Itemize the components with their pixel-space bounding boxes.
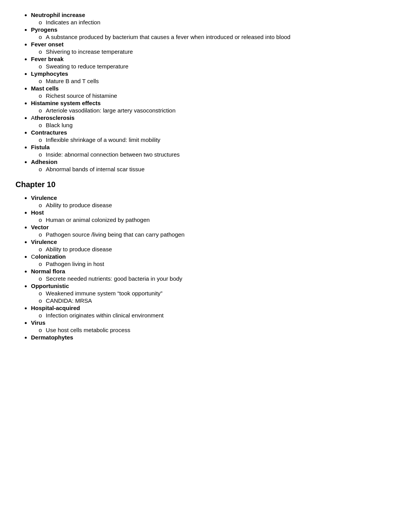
sub-list-item: Secrete needed nutrients: good bacteria … [39,275,396,282]
sub-list: Infection originates within clinical env… [31,312,396,319]
list-item: Lymphocytes Mature B and T cells [31,70,396,84]
list-item: Hospital-acquired Infection originates w… [31,305,396,319]
sub-list-item: Use host cells metabolic process [39,327,396,333]
item-label: Normal flora [31,268,65,275]
sub-list-item: CANDIDA: MRSA [39,297,396,304]
list-item: Atherosclerosis Black lung [31,114,396,128]
sub-list-item: Ability to produce disease [39,246,396,252]
item-label: Histamine system effects [31,100,101,106]
sub-list-item: Inside: abnormal connection between two … [39,151,396,158]
list-item: Opportunistic Weakened immune system “to… [31,283,396,304]
item-label: Lymphocytes [31,70,68,77]
list-item: Mast cells Richest source of histamine [31,85,396,99]
sub-list-item: Shivering to increase temperature [39,48,396,55]
list-item: Fistula Inside: abnormal connection betw… [31,144,396,158]
item-label: Fever break [31,56,63,62]
sub-list-item: A substance produced by bacterium that c… [39,34,396,40]
section1-list: Neutrophil increase Indicates an infecti… [15,12,396,172]
list-item: Fever break Sweating to reduce temperatu… [31,56,396,70]
list-item: Vector Pathogen source /living being tha… [31,224,396,238]
chapter-heading: Chapter 10 [15,180,396,189]
item-label: Colonization [31,253,66,260]
item-label: Pyrogens [31,26,57,33]
list-item: Contractures Inflexible shrinkage of a w… [31,129,396,143]
item-label: Mast cells [31,85,59,92]
item-label: Atherosclerosis [31,114,75,121]
list-item: Fever onset Shivering to increase temper… [31,41,396,55]
sub-list-item: Infection originates within clinical env… [39,312,396,319]
list-item: Colonization Pathogen living in host [31,253,396,267]
item-label: Fistula [31,144,50,150]
sub-list: Mature B and T cells [31,78,396,84]
sub-list: Use host cells metabolic process [31,327,396,333]
sub-list-item: Arteriole vasodilation: large artery vas… [39,107,396,114]
section2-list: Virulence Ability to produce disease Hos… [15,194,396,341]
item-label: Fever onset [31,41,63,48]
sub-list-item: Inflexible shrinkage of a wound: limit m… [39,136,396,143]
sub-list: Secrete needed nutrients: good bacteria … [31,275,396,282]
sub-list-item: Ability to produce disease [39,202,396,208]
sub-list-item: Sweating to reduce temperature [39,63,396,70]
sub-list-item: Pathogen source /living being that can c… [39,231,396,238]
sub-list: Arteriole vasodilation: large artery vas… [31,107,396,114]
sub-list: Richest source of histamine [31,92,396,99]
list-item: Virulence Ability to produce disease [31,194,396,208]
sub-list-item: Human or animal colonized by pathogen [39,217,396,223]
sub-list: Inflexible shrinkage of a wound: limit m… [31,136,396,143]
list-item: Virus Use host cells metabolic process [31,319,396,333]
list-item: Neutrophil increase Indicates an infecti… [31,12,396,26]
sub-list-item: Pathogen living in host [39,261,396,267]
item-label: Host [31,209,44,216]
sub-list: Black lung [31,122,396,128]
sub-list-item: Abnormal bands of internal scar tissue [39,166,396,172]
list-item: Host Human or animal colonized by pathog… [31,209,396,223]
sub-list: Weakened immune system “took opportunity… [31,290,396,304]
sub-list: Shivering to increase temperature [31,48,396,55]
item-label: Hospital-acquired [31,305,80,311]
item-label: Virus [31,319,45,326]
sub-list-item: Indicates an infection [39,19,396,26]
list-item: Normal flora Secrete needed nutrients: g… [31,268,396,282]
item-label: Neutrophil increase [31,12,85,18]
sub-list-item: Mature B and T cells [39,78,396,84]
item-label: Virulence [31,194,57,201]
sub-list: Ability to produce disease [31,246,396,252]
list-item: Adhesion Abnormal bands of internal scar… [31,159,396,172]
list-item: Dermatophytes [31,334,396,341]
sub-list-item: Richest source of histamine [39,92,396,99]
item-label: Adhesion [31,159,57,165]
sub-list: Human or animal colonized by pathogen [31,217,396,223]
item-label: Contractures [31,129,67,136]
item-label: Vector [31,224,49,230]
sub-list: Inside: abnormal connection between two … [31,151,396,158]
sub-list: Sweating to reduce temperature [31,63,396,70]
item-label: Dermatophytes [31,334,73,341]
sub-list: Pathogen living in host [31,261,396,267]
sub-list-item: Black lung [39,122,396,128]
sub-list-item: Weakened immune system “took opportunity… [39,290,396,297]
list-item: Pyrogens A substance produced by bacteri… [31,26,396,40]
sub-list: Indicates an infection [31,19,396,26]
item-label: Opportunistic [31,283,69,289]
item-label: Virulence [31,239,57,245]
sub-list: A substance produced by bacterium that c… [31,34,396,40]
sub-list: Ability to produce disease [31,202,396,208]
sub-list: Abnormal bands of internal scar tissue [31,166,396,172]
list-item: Histamine system effects Arteriole vasod… [31,100,396,114]
list-item: Virulence Ability to produce disease [31,239,396,252]
sub-list: Pathogen source /living being that can c… [31,231,396,238]
